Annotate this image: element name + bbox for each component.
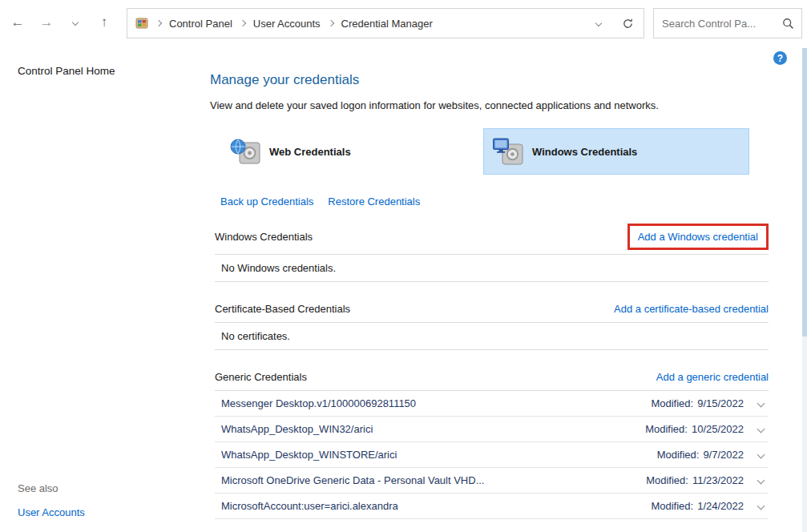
modified-label: Modified: xyxy=(651,397,693,409)
credential-modified: Modified: 9/7/2022 xyxy=(657,449,744,461)
sidebar: Control Panel Home See also User Account… xyxy=(0,46,200,532)
backup-credentials-link[interactable]: Back up Credentials xyxy=(220,195,313,208)
sidebar-item-control-panel-home[interactable]: Control Panel Home xyxy=(18,65,115,77)
section-title: Windows Credentials xyxy=(215,231,313,243)
breadcrumb-separator-icon xyxy=(155,20,162,26)
nav-buttons: ← → ↑ xyxy=(8,12,114,33)
credential-row[interactable]: Microsoft OneDrive Generic Data - Person… xyxy=(215,468,769,494)
modified-date: 10/25/2022 xyxy=(692,423,744,435)
credential-row[interactable]: WhatsApp_Desktop_WINSTORE/arici Modified… xyxy=(215,442,769,468)
tile-web-credentials[interactable]: Web Credentials xyxy=(220,128,483,175)
credential-name: Microsoft OneDrive Generic Data - Person… xyxy=(221,474,646,486)
chevron-down-icon xyxy=(72,19,79,26)
credential-actions: Back up Credentials Restore Credentials xyxy=(220,195,769,208)
chevron-down-icon xyxy=(757,400,765,408)
breadcrumb-item-control-panel[interactable]: Control Panel xyxy=(169,18,232,30)
breadcrumb[interactable]: Control Panel User Accounts Credential M… xyxy=(127,8,644,38)
navigation-toolbar: ← → ↑ Control Panel User Accounts Creden… xyxy=(0,0,807,46)
credential-modified: Modified: 9/15/2022 xyxy=(651,397,744,409)
breadcrumb-item-credential-manager[interactable]: Credential Manager xyxy=(341,18,433,30)
modified-date: 9/15/2022 xyxy=(697,397,744,409)
modified-date: 11/23/2022 xyxy=(692,474,744,486)
add-windows-credential-link[interactable]: Add a Windows credential xyxy=(638,231,758,243)
divider xyxy=(215,281,769,282)
scrollbar-thumb[interactable] xyxy=(802,48,807,337)
credential-modified: Modified: 1/24/2022 xyxy=(651,500,744,512)
credential-row[interactable]: WhatsApp_Desktop_WIN32/arici Modified: 1… xyxy=(215,417,769,442)
credential-name: WhatsApp_Desktop_WINSTORE/arici xyxy=(221,449,657,461)
vertical-scrollbar[interactable] xyxy=(802,48,807,532)
expand-button[interactable] xyxy=(758,401,764,406)
section-title: Certificate-Based Credentials xyxy=(215,303,350,315)
forward-button[interactable]: → xyxy=(37,12,56,33)
refresh-button[interactable] xyxy=(622,18,634,30)
empty-certificates-text: No certificates. xyxy=(215,323,769,349)
modified-label: Modified: xyxy=(646,474,688,486)
expand-button[interactable] xyxy=(758,478,764,483)
page-subtitle: View and delete your saved logon informa… xyxy=(210,99,769,111)
add-generic-credential-link[interactable]: Add a generic credential xyxy=(656,371,769,383)
chevron-down-icon xyxy=(757,451,765,459)
main-content: Manage your credentials View and delete … xyxy=(210,71,769,519)
credential-name: MicrosoftAccount:user=arici.alexandra xyxy=(221,500,651,512)
generic-credentials-section: Generic Credentials Add a generic creden… xyxy=(215,366,769,519)
credential-type-tiles: Web Credentials Windows Credentials xyxy=(220,128,769,175)
page-title: Manage your credentials xyxy=(210,72,769,88)
credential-name: Messenger Desktop.v1/100000692811150 xyxy=(221,397,651,409)
tile-windows-credentials[interactable]: Windows Credentials xyxy=(483,128,749,175)
see-also-heading: See also xyxy=(18,482,59,494)
search-icon[interactable] xyxy=(782,18,794,30)
recent-pages-button[interactable] xyxy=(66,12,85,33)
breadcrumb-separator-icon xyxy=(240,20,246,26)
chevron-down-icon xyxy=(595,20,602,26)
windows-credentials-section: Windows Credentials Add a Windows creden… xyxy=(215,219,769,282)
help-button[interactable]: ? xyxy=(773,51,787,65)
tile-label: Windows Credentials xyxy=(532,146,637,158)
search-box xyxy=(653,8,802,38)
breadcrumb-dropdown-button[interactable] xyxy=(596,21,601,26)
up-button[interactable]: ↑ xyxy=(95,12,114,33)
sidebar-link-user-accounts[interactable]: User Accounts xyxy=(18,506,85,518)
windows-credentials-icon xyxy=(492,136,524,167)
restore-credentials-link[interactable]: Restore Credentials xyxy=(328,195,420,208)
credential-name: WhatsApp_Desktop_WIN32/arici xyxy=(221,423,645,435)
chevron-down-icon xyxy=(757,477,765,485)
add-certificate-credential-link[interactable]: Add a certificate-based credential xyxy=(614,303,769,315)
back-button[interactable]: ← xyxy=(8,12,27,33)
modified-label: Modified: xyxy=(645,423,688,435)
refresh-icon xyxy=(622,18,634,30)
section-title: Generic Credentials xyxy=(215,371,307,383)
search-input[interactable] xyxy=(662,18,782,30)
expand-button[interactable] xyxy=(758,452,764,457)
divider xyxy=(215,349,769,350)
credential-modified: Modified: 10/25/2022 xyxy=(645,423,744,435)
certificate-credentials-section: Certificate-Based Credentials Add a cert… xyxy=(215,298,769,350)
chevron-down-icon xyxy=(757,502,765,510)
annotation-highlight-box: Add a Windows credential xyxy=(627,224,769,250)
breadcrumb-separator-icon xyxy=(327,20,333,26)
empty-windows-credentials-text: No Windows credentials. xyxy=(215,255,769,281)
chevron-down-icon xyxy=(757,425,765,433)
tile-label: Web Credentials xyxy=(269,146,351,158)
credential-row[interactable]: Messenger Desktop.v1/100000692811150 Mod… xyxy=(215,391,769,417)
expand-button[interactable] xyxy=(758,503,764,509)
modified-date: 1/24/2022 xyxy=(697,500,744,512)
modified-label: Modified: xyxy=(651,500,693,512)
web-credentials-icon xyxy=(229,136,261,167)
expand-button[interactable] xyxy=(758,426,764,432)
modified-label: Modified: xyxy=(657,449,700,461)
credential-modified: Modified: 11/23/2022 xyxy=(646,474,744,486)
control-panel-icon xyxy=(135,17,148,30)
modified-date: 9/7/2022 xyxy=(703,449,744,461)
breadcrumb-item-user-accounts[interactable]: User Accounts xyxy=(253,18,321,30)
credential-row[interactable]: MicrosoftAccount:user=arici.alexandra Mo… xyxy=(215,494,769,519)
